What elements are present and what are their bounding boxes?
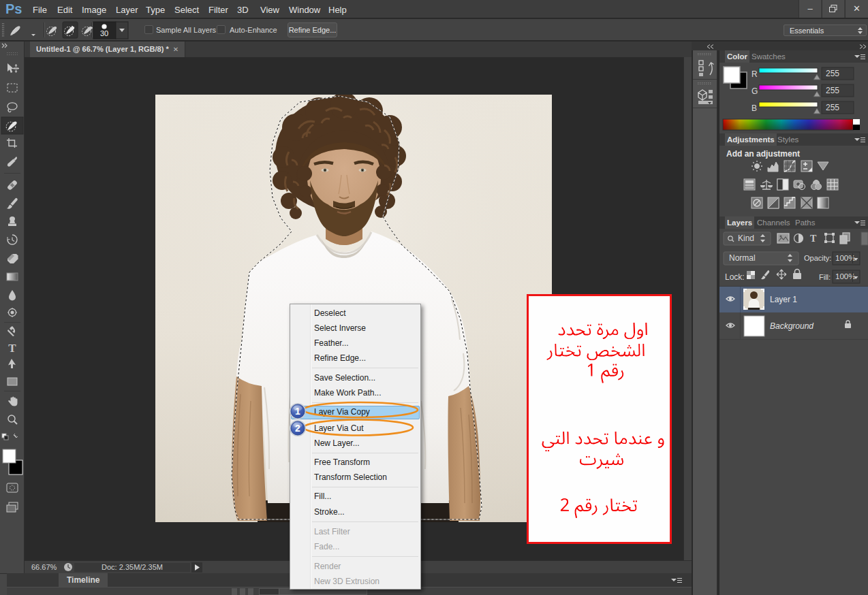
svg-text:B: B bbox=[751, 103, 757, 113]
svg-text:Layer 1: Layer 1 bbox=[770, 295, 797, 304]
svg-text:G: G bbox=[751, 86, 758, 96]
svg-text:Fill:: Fill: bbox=[819, 273, 831, 281]
svg-text:255: 255 bbox=[826, 69, 839, 78]
svg-text:R: R bbox=[751, 69, 758, 79]
svg-text:Lock:: Lock: bbox=[725, 272, 745, 282]
svg-text:T: T bbox=[810, 234, 817, 244]
svg-text:30: 30 bbox=[100, 29, 108, 37]
svg-text:255: 255 bbox=[826, 86, 839, 95]
svg-text:Normal: Normal bbox=[729, 253, 756, 263]
svg-text:255: 255 bbox=[826, 103, 839, 112]
svg-text:Opacity:: Opacity: bbox=[804, 254, 831, 262]
svg-text:T: T bbox=[8, 342, 16, 355]
svg-text:2: 2 bbox=[295, 423, 300, 434]
svg-text:Kind: Kind bbox=[738, 234, 754, 243]
svg-text:Background: Background bbox=[770, 321, 813, 331]
svg-text:1: 1 bbox=[295, 406, 300, 417]
